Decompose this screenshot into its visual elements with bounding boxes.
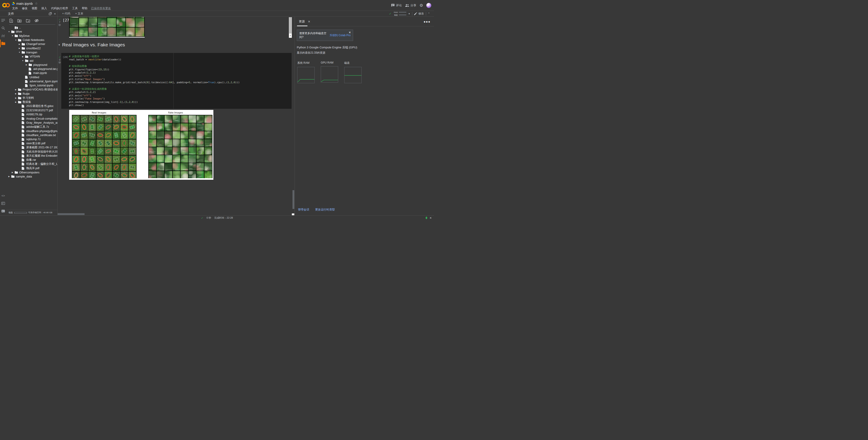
banner-close-icon[interactable]: ✕ [348,31,351,34]
chevron-right-icon[interactable]: ▶ [18,47,21,49]
chevron-right-icon[interactable]: ▶ [22,56,24,58]
tree-item[interactable]: ▶ChangeFormer [6,42,58,46]
upgrade-link[interactable]: 升级到 Colab Pro [330,33,350,37]
settings-button[interactable]: ⚙ [420,3,423,8]
upload-file-icon[interactable] [9,19,13,23]
tree-item[interactable]: ▶cnsoftbei22 [6,46,58,50]
tree-item[interactable]: ▶sample_data [6,175,58,179]
tree-item[interactable]: 魏高洋.pdf [6,166,58,170]
notebook-title[interactable]: main.ipynb [16,2,33,5]
tab-resources[interactable]: 资源 [298,17,306,26]
tree-item[interactable]: Untitled [6,75,58,79]
eye-off-icon[interactable] [35,19,39,22]
tree-item[interactable]: AX88179.zip [6,112,58,116]
tree-item[interactable]: ▶学习资料 [6,96,58,100]
share-button[interactable]: 分享 [405,3,416,7]
close-tab-icon[interactable]: ✕ [308,20,310,23]
tree-item[interactable]: ▼aid [6,59,58,63]
tree-item[interactable]: 病毒.rar [6,158,58,162]
tree-item[interactable]: ▼MyDrive [6,34,58,38]
star-icon[interactable]: ☆ [35,2,38,5]
colab-logo[interactable] [2,2,10,8]
chevron-right-icon[interactable]: ▶ [15,97,17,99]
popout-panel-icon[interactable] [49,12,52,15]
tree-item[interactable]: ▶Othercomputers [6,170,58,174]
collapse-section-icon[interactable]: ▼ [58,43,60,46]
tree-item[interactable]: fgsm_tutorial.ipynb [6,83,58,88]
tree-item[interactable]: 2022暑期任务书.gdoc [6,104,58,108]
chevron-right-icon[interactable]: ▶ [8,175,10,177]
tree-item[interactable]: ▶ViTGAN [6,55,58,59]
code-snippets-icon[interactable]: <> [0,192,6,199]
comment-button[interactable]: 评论 [391,3,402,7]
tree-item[interactable]: 经典名著：偏微分方程_Levin… [6,162,58,166]
chevron-right-icon[interactable]: ▶ [15,101,17,103]
menu-item-6[interactable]: 帮助 [80,6,89,11]
tree-item[interactable]: 屏幕截图 2021-06-17 19200… [6,146,58,150]
tree-item[interactable]: 21321081810177.pdf [6,108,58,112]
status-close-icon[interactable]: ✕ [430,216,432,219]
tree-item[interactable]: ▼drive [6,30,58,34]
files-icon[interactable] [0,40,6,47]
tree-item[interactable]: stein复分析.pdf [6,141,58,145]
resource-link-1[interactable]: 更改运行时类型 [315,208,335,212]
edit-mode-button[interactable]: 修改 [414,12,424,16]
chevron-down-icon[interactable]: ▼ [18,51,21,53]
table-of-contents-icon[interactable] [0,17,6,24]
tree-item[interactable]: sqldump.7z [6,137,58,141]
cell27-output-scrollbar[interactable]: ▼ [289,17,292,38]
chevron-down-icon[interactable]: ▼ [22,60,24,62]
tree-item[interactable]: 无机化学张祖德中科大2008…. [6,150,58,154]
tree-item[interactable]: ▶playground [6,63,58,67]
tree-item[interactable]: .. [6,26,58,30]
tree-item[interactable]: cloudflare_certificate.txt [6,133,58,137]
chevron-down-icon[interactable]: ▼ [15,39,17,41]
tree-item[interactable]: Gray_Meyer_Analysis_and_De… [6,121,58,125]
chevron-right-icon[interactable]: ▶ [25,64,28,66]
tree-item[interactable]: adobe破解工具.7z [6,125,58,129]
command-palette-icon[interactable] [0,200,6,207]
menu-item-2[interactable]: 视图 [30,6,39,11]
chevron-right-icon[interactable]: ▶ [18,43,21,45]
chevron-right-icon[interactable]: ▶ [15,93,17,95]
refresh-folder-icon[interactable] [18,19,22,22]
menu-item-0[interactable]: 文件 [10,6,20,11]
close-panel-icon[interactable]: × [54,12,56,16]
mount-drive-icon[interactable] [26,19,30,22]
tree-item[interactable]: aid-playground.tar.gz [6,67,58,71]
save-status[interactable]: 已保存所有更改 [91,6,111,10]
chevron-down-icon[interactable]: ▼ [8,31,10,33]
chevron-right-icon[interactable]: ▶ [11,171,13,173]
chevron-right-icon[interactable]: ▶ [15,89,17,91]
resource-meter[interactable]: RAM 磁盘 [393,11,406,16]
menu-item-3[interactable]: 插入 [39,6,49,11]
menu-item-5[interactable]: 工具 [70,6,80,11]
notebook-horizontal-scrollbar[interactable] [58,213,85,215]
chevron-down-icon[interactable]: ▼ [408,13,410,15]
markdown-cell[interactable]: ▼ Real Images vs. Fake Images [58,42,125,48]
add-code-button[interactable]: + 代码 [61,11,72,16]
menu-item-1[interactable]: 修改 [20,6,29,11]
scroll-down-icon[interactable]: ▼ [289,34,292,38]
variables-icon[interactable]: {x} [0,32,6,39]
code-cell[interactable]: [28] # 从数据集中选取一组图片real_batch = next(iter… [61,53,291,109]
tree-item[interactable]: 東方紅魔郷 the Embodiment … [6,154,58,158]
code-editor[interactable]: # 从数据集中选取一组图片real_batch = next(iter(data… [69,55,240,107]
more-options-icon[interactable]: ●●● [424,20,430,24]
tree-item[interactable]: ▶数据集 [6,100,58,104]
search-icon[interactable] [0,25,6,31]
menu-item-4[interactable]: 代码执行程序 [49,6,70,11]
notebook-vertical-scrollbar[interactable] [292,190,294,209]
tree-item[interactable]: ▶Ruijie [6,92,58,96]
terminal-icon[interactable]: >_ [0,208,6,214]
resource-link-0[interactable]: 管理会话 [298,208,309,212]
tree-item[interactable]: ▼Colab Notebooks [6,38,58,42]
tree-item[interactable]: main.ipynb [6,71,58,75]
tree-item[interactable]: ▼transgan [6,51,58,55]
collapse-header-icon[interactable]: ⌃ [428,12,430,15]
add-text-button[interactable]: + 文本 [74,11,85,16]
tree-item[interactable]: Analog-Circuit-compilation-y… [6,117,58,121]
tree-item[interactable]: ▶Project-VOCA01-和谐你全家 [6,88,58,92]
avatar[interactable] [426,3,431,8]
tree-item[interactable]: adversarial_fgsm.ipynb [6,79,58,83]
